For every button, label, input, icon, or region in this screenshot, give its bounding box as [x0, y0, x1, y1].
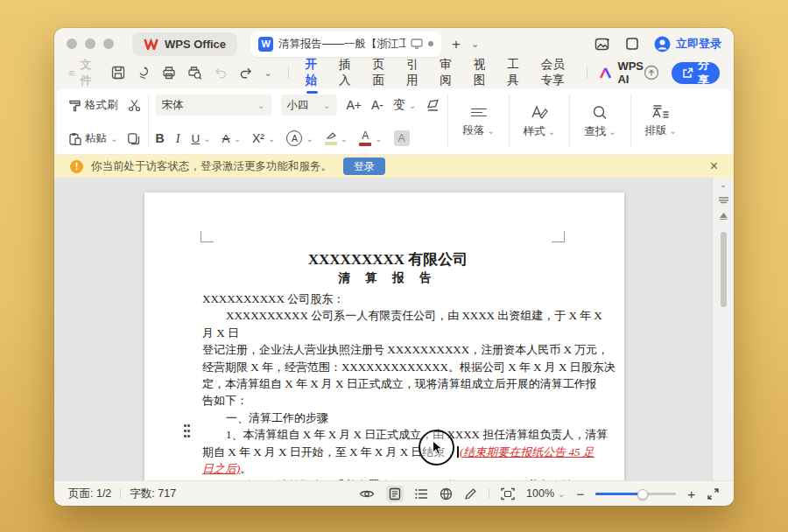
share-button[interactable]: 分享 [672, 62, 720, 84]
highlight-color-button[interactable]: ⌄ [325, 131, 348, 145]
zoom-level-value: 100% [526, 487, 554, 500]
ribbon-tab-reference[interactable]: 引用 [406, 57, 420, 88]
highlight-pen-icon [325, 131, 337, 145]
underline-button[interactable]: U ⌄ [191, 132, 210, 145]
login-now-button[interactable]: 立即登录 [654, 36, 721, 52]
save-icon[interactable] [111, 66, 125, 80]
minimize-window-button[interactable] [85, 38, 95, 49]
ribbon-tab-member[interactable]: 会员专享 [541, 57, 570, 88]
styles-chevron-icon: ⌄ [548, 127, 555, 136]
notice-close-icon[interactable]: × [710, 159, 718, 173]
document-page[interactable]: XXXXXXXXX 有限公司 清 算 报 告 XXXXXXXXXX 公司股东： … [144, 192, 624, 480]
ribbon-tab-insert[interactable]: 插入 [339, 57, 353, 88]
zoom-slider-knob[interactable] [637, 489, 648, 500]
cut-icon[interactable] [128, 99, 141, 112]
decrease-font-button[interactable]: A- [371, 98, 383, 112]
doc-text: XXXXXXXXXX 公司股东： [202, 292, 344, 305]
eye-protect-icon[interactable] [359, 488, 375, 500]
clear-format-button[interactable] [426, 99, 440, 112]
vertical-scrollbar-thumb[interactable] [721, 232, 727, 307]
font-size-select[interactable]: 小四 ⌄ [281, 94, 337, 116]
print-preview-icon[interactable] [187, 66, 202, 80]
redo-icon[interactable] [239, 66, 253, 80]
font-size-value: 小四 [287, 98, 309, 113]
font-color-icon: A [359, 130, 371, 146]
increase-font-button[interactable]: A+ [347, 98, 362, 112]
ribbon-tab-home[interactable]: 开始 [305, 57, 319, 88]
typeset-group-button[interactable]: 排版 ⌄ [632, 93, 690, 150]
find-chevron-icon: ⌄ [609, 127, 616, 136]
unsaved-dot-icon [428, 41, 433, 46]
hamburger-icon: ≡ [68, 66, 75, 80]
tab-list-chevron-icon[interactable]: ⌄ [471, 38, 479, 50]
page-mode-icon[interactable] [386, 486, 404, 502]
font-name-select[interactable]: 宋体 ⌄ [156, 94, 271, 116]
doc-text: 定，本清算组自 X 年 X 月 X 日正式成立，现将清算组成立后开展的清算工作报 [202, 377, 597, 390]
wps-ai-button[interactable]: WPS AI [599, 60, 644, 86]
font-color-button[interactable]: A ⌄ [359, 130, 382, 146]
circle-char-button[interactable]: A ⌄ [286, 130, 313, 146]
workspace-icon[interactable] [625, 37, 640, 51]
find-icon [592, 105, 608, 120]
notice-login-button[interactable]: 登录 [343, 158, 385, 175]
new-tab-button[interactable]: + [449, 37, 463, 52]
wps-ai-logo-icon [599, 67, 612, 79]
document-area: XXXXXXXXX 有限公司 清 算 报 告 XXXXXXXXXX 公司股东： … [54, 178, 734, 480]
superscript-button[interactable]: X² ⌄ [252, 131, 275, 145]
collapse-ribbon-chevron-icon[interactable]: ⌄ [720, 180, 727, 189]
char-shading-button[interactable]: A [394, 130, 410, 146]
styles-group-button[interactable]: 样式 ⌄ [510, 93, 568, 150]
word-count[interactable]: 字数: 717 [130, 486, 176, 501]
output-icon[interactable] [137, 66, 151, 80]
guest-notice-bar: ! 你当前处于访客状态，登录激活更多功能和服务。 登录 × [54, 155, 734, 178]
find-group-button[interactable]: 查找 ⌄ [571, 93, 629, 150]
italic-button[interactable]: I [176, 131, 180, 146]
warning-icon: ! [70, 160, 83, 173]
zoom-window-button[interactable] [103, 38, 114, 49]
format-painter-button[interactable]: 格式刷 [68, 98, 118, 113]
paste-button[interactable]: 粘贴 ⌄ [68, 131, 117, 146]
share-label: 分享 [698, 57, 709, 88]
quickbar-options-chevron-icon[interactable]: ⌄ [264, 67, 272, 79]
home-tab[interactable]: WPS Office [132, 32, 237, 56]
web-layout-icon[interactable] [440, 487, 453, 500]
zoom-level-select[interactable]: 100% ⌄ [526, 487, 565, 500]
zoom-slider[interactable] [595, 493, 676, 495]
avatar-icon [654, 36, 671, 52]
fullscreen-icon[interactable] [707, 487, 720, 500]
file-menu-label: 文件 [81, 57, 92, 88]
zoom-chevron-icon: ⌄ [558, 489, 565, 499]
guest-notice-text: 你当前处于访客状态，登录激活更多功能和服务。 [91, 159, 332, 174]
image-tools-icon[interactable] [595, 37, 611, 52]
strikethrough-button[interactable]: A ⌄ [222, 132, 241, 145]
zoom-out-button[interactable]: − [576, 486, 584, 501]
upload-cloud-icon[interactable] [644, 65, 659, 80]
paragraph-drag-handle[interactable] [184, 424, 191, 440]
file-menu[interactable]: ≡ 文件 [68, 57, 92, 88]
menubar: ≡ 文件 ⌄ 开始 插入 页面 [54, 60, 734, 86]
fit-page-icon[interactable] [501, 487, 515, 500]
text-tool-button[interactable]: 变 ⌄ [393, 97, 416, 113]
ink-pen-icon[interactable] [464, 487, 477, 500]
monitor-icon [411, 38, 423, 49]
print-icon[interactable] [162, 66, 176, 80]
bold-button[interactable]: B [156, 131, 165, 145]
ribbon-tab-review[interactable]: 审阅 [440, 57, 454, 88]
doc-line: 告如下： [202, 392, 573, 409]
paragraph-group-button[interactable]: 段落 ⌄ [449, 93, 507, 150]
doc-company-title: XXXXXXXXX 有限公司 [202, 250, 573, 269]
copy-icon[interactable] [127, 132, 140, 145]
ribbon-tab-page[interactable]: 页面 [372, 57, 386, 88]
ruler-toggle-icon[interactable] [718, 196, 729, 205]
typeset-icon [652, 105, 670, 119]
outline-mode-icon[interactable] [415, 488, 428, 500]
close-window-button[interactable] [67, 38, 77, 49]
superscript-chevron-icon: ⌄ [268, 134, 275, 144]
document-tab[interactable]: W 清算报告——一般【浙江工商 [250, 32, 441, 57]
zoom-in-button[interactable]: + [687, 486, 695, 501]
ribbon-tab-view[interactable]: 视图 [474, 57, 488, 88]
ribbon-tab-tools[interactable]: 工具 [507, 57, 521, 88]
scroll-prev-page-icon[interactable] [719, 212, 728, 220]
right-side-rail: ⌄ [712, 178, 734, 480]
app-tab-label: WPS Office [165, 38, 226, 51]
